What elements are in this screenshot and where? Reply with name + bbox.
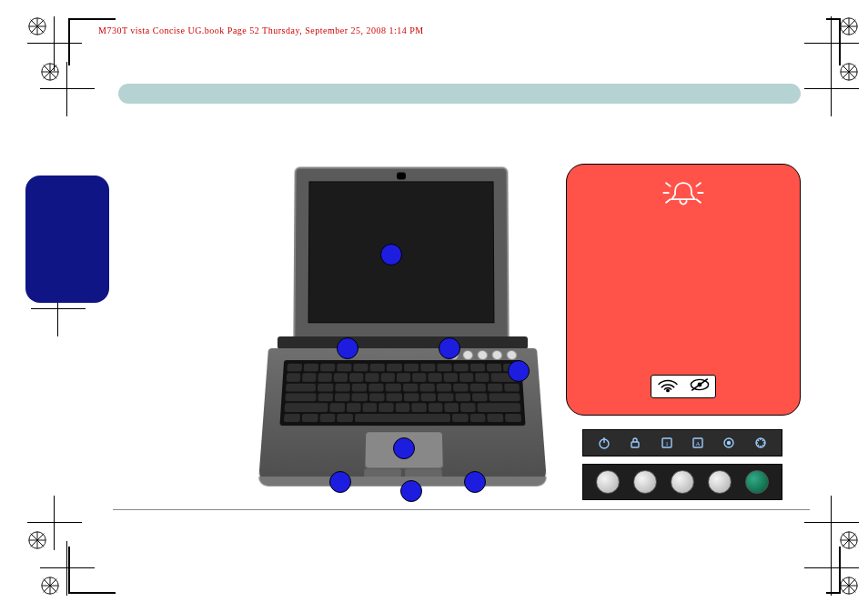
section-title-bar: [118, 84, 801, 104]
svg-rect-15: [631, 442, 639, 447]
callout-dot: [464, 471, 486, 493]
hdd-led-icon: [722, 436, 736, 450]
webcam-icon: [397, 173, 406, 180]
capslock-led-icon: A: [691, 436, 705, 450]
callout-dot: [337, 337, 358, 359]
callout-dot: [508, 360, 530, 382]
svg-point-21: [728, 442, 731, 445]
warning-box: [566, 164, 801, 416]
numlock-led-icon: 1: [660, 436, 674, 450]
crop-mark: [826, 547, 841, 594]
registration-mark: [40, 62, 95, 116]
callout-dot: [439, 337, 460, 359]
callout-dot: [380, 244, 402, 266]
document-page: M730T vista Concise UG.book Page 52 Thur…: [0, 0, 868, 612]
mute-button[interactable]: [596, 470, 620, 494]
svg-text:A: A: [696, 440, 701, 447]
app1-button[interactable]: [633, 470, 657, 494]
registration-mark: [804, 62, 859, 116]
wireless-icon: [657, 376, 679, 396]
warning-icon-row: [651, 375, 716, 398]
lock-led-icon: [628, 436, 642, 450]
callout-dot: [393, 437, 415, 459]
app3-button[interactable]: [708, 470, 732, 494]
charge-led-icon: [753, 436, 768, 450]
keyboard: [279, 360, 525, 426]
crop-mark: [68, 547, 116, 594]
laptop-hinge: [278, 336, 528, 349]
callout-dot: [329, 471, 351, 493]
hotkey-icon: [477, 350, 489, 360]
power-button[interactable]: [745, 470, 769, 494]
app2-button[interactable]: [671, 470, 694, 494]
footer-rule: [113, 509, 810, 510]
laptop-base: [258, 348, 547, 485]
svg-point-9: [666, 389, 668, 391]
hotkey-icon: [462, 350, 473, 360]
led-indicator-strip: 1 A: [582, 429, 782, 456]
hotkey-button-strip: [582, 464, 782, 500]
bell-icon: [659, 177, 708, 208]
svg-text:1: 1: [665, 440, 669, 447]
camera-off-icon: [689, 376, 711, 396]
crop-mark: [826, 18, 841, 65]
margin-tab: [25, 176, 109, 303]
hotkey-icon: [506, 350, 518, 360]
callout-dot: [400, 480, 422, 502]
page-meta-text: M730T vista Concise UG.book Page 52 Thur…: [98, 25, 424, 35]
hotkey-icon: [491, 350, 503, 360]
power-led-icon: [597, 436, 611, 450]
